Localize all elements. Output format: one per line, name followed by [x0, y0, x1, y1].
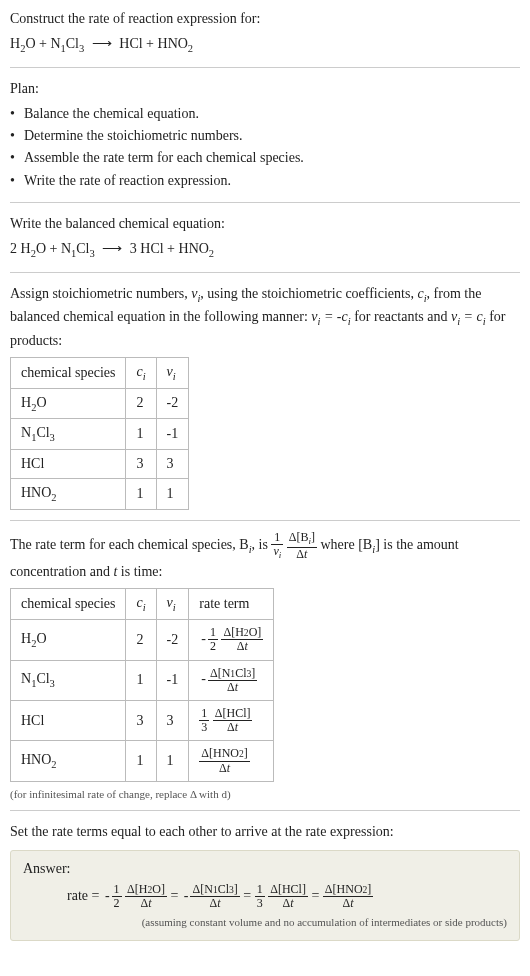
cell-c: 3 [126, 450, 156, 479]
text: , is [252, 537, 272, 552]
cell-c: 2 [126, 388, 156, 419]
plan-item-text: Balance the chemical equation. [24, 103, 199, 125]
species-ncl3: N1Cl3 [50, 36, 84, 51]
species-hno2: HNO2 [179, 241, 215, 256]
cell-species: HNO2 [11, 741, 126, 781]
cell-c: 1 [126, 741, 156, 781]
frac-dB-dt: Δ[Bi]Δt [287, 531, 317, 561]
table-row: HNO2 1 1 [11, 479, 189, 510]
cell-c: 3 [126, 700, 156, 740]
prompt-line: Construct the rate of reaction expressio… [10, 8, 520, 29]
balanced-equation: 2 H2O + N1Cl3 ⟶ 3 HCl + HNO2 [10, 238, 520, 262]
cell-c: 1 [126, 419, 156, 450]
cell-nu: 1 [156, 741, 189, 781]
col-nu: νi [156, 357, 189, 388]
plan-list: •Balance the chemical equation. •Determi… [10, 103, 520, 193]
table-row: HCl 3 3 13 Δ[HCl]Δt [11, 700, 274, 740]
table-row: HNO2 1 1 Δ[HNO2]Δt [11, 741, 274, 781]
rate-intro: The rate term for each chemical species,… [10, 531, 520, 582]
cell-c: 2 [126, 620, 156, 660]
divider [10, 272, 520, 273]
species-ncl3: N1Cl3 [61, 241, 95, 256]
table-row: HCl 3 3 [11, 450, 189, 479]
coef: 2 [10, 241, 21, 256]
text: is time: [117, 564, 162, 579]
divider [10, 810, 520, 811]
rate-term-table: chemical species ci νi rate term H2O 2 -… [10, 588, 274, 781]
text: Assign stoichiometric numbers, [10, 286, 191, 301]
answer-box: Answer: rate = -12 Δ[H2O]Δt = -Δ[N1Cl3]Δ… [10, 850, 520, 941]
cell-nu: 3 [156, 450, 189, 479]
table-row: N1Cl3 1 -1 [11, 419, 189, 450]
cell-nu: -1 [156, 419, 189, 450]
balanced-title: Write the balanced chemical equation: [10, 213, 520, 234]
divider [10, 520, 520, 521]
col-species: chemical species [11, 589, 126, 620]
table-header-row: chemical species ci νi rate term [11, 589, 274, 620]
plan-item: •Assemble the rate term for each chemica… [10, 147, 520, 169]
col-rate: rate term [189, 589, 274, 620]
species-hcl: HCl [140, 241, 163, 256]
set-equal-text: Set the rate terms equal to each other t… [10, 821, 520, 842]
cell-c: 1 [126, 660, 156, 700]
arrow-icon: ⟶ [92, 33, 112, 54]
cell-nu: 1 [156, 479, 189, 510]
plan-item: •Determine the stoichiometric numbers. [10, 125, 520, 147]
divider [10, 67, 520, 68]
eq-sign: = [243, 888, 254, 903]
coef: 3 [130, 241, 141, 256]
plan-item-text: Determine the stoichiometric numbers. [24, 125, 243, 147]
plan-item-text: Assemble the rate term for each chemical… [24, 147, 304, 169]
plus: + [146, 36, 157, 51]
cell-species: HNO2 [11, 479, 126, 510]
divider [10, 202, 520, 203]
prompt-text: Construct the rate of reaction expressio… [10, 11, 260, 26]
col-c: ci [126, 589, 156, 620]
text: The rate term for each chemical species,… [10, 537, 249, 552]
plan-item: •Balance the chemical equation. [10, 103, 520, 125]
species-hno2: HNO2 [158, 36, 194, 51]
cell-rate: 13 Δ[HCl]Δt [189, 700, 274, 740]
nu-eq: νi = -ci [311, 309, 350, 324]
cell-species: N1Cl3 [11, 660, 126, 700]
plan-item-text: Write the rate of reaction expression. [24, 170, 231, 192]
stoich-intro: Assign stoichiometric numbers, νi, using… [10, 283, 520, 351]
cell-species: HCl [11, 700, 126, 740]
species-h2o: H2O [10, 36, 36, 51]
cell-rate: -Δ[N1Cl3]Δt [189, 660, 274, 700]
answer-note: (assuming constant volume and no accumul… [23, 916, 507, 928]
cell-species: HCl [11, 450, 126, 479]
table-row: H2O 2 -2 -12 Δ[H2O]Δt [11, 620, 274, 660]
plus: + [167, 241, 178, 256]
species-h2o: H2O [21, 241, 47, 256]
c-i: ci [417, 286, 426, 301]
cell-species: H2O [11, 620, 126, 660]
stoich-table: chemical species ci νi H2O 2 -2 N1Cl3 1 … [10, 357, 189, 510]
table-row: H2O 2 -2 [11, 388, 189, 419]
col-c: ci [126, 357, 156, 388]
table-row: N1Cl3 1 -1 -Δ[N1Cl3]Δt [11, 660, 274, 700]
cell-c: 1 [126, 479, 156, 510]
cell-nu: -2 [156, 620, 189, 660]
text: , using the stoichiometric coefficients, [200, 286, 417, 301]
col-species: chemical species [11, 357, 126, 388]
cell-nu: -2 [156, 388, 189, 419]
plus: + [39, 36, 50, 51]
table-header-row: chemical species ci νi [11, 357, 189, 388]
text: for reactants and [351, 309, 451, 324]
arrow-icon: ⟶ [102, 238, 122, 259]
rate-expression: rate = -12 Δ[H2O]Δt = -Δ[N1Cl3]Δt = 13 Δ… [67, 883, 507, 910]
rate-prefix: rate = [67, 888, 103, 903]
cell-rate: -12 Δ[H2O]Δt [189, 620, 274, 660]
species-hcl: HCl [119, 36, 142, 51]
plan-title: Plan: [10, 78, 520, 99]
text: where [B [321, 537, 373, 552]
plan-item: •Write the rate of reaction expression. [10, 170, 520, 192]
col-nu: νi [156, 589, 189, 620]
cell-nu: -1 [156, 660, 189, 700]
eq-sign: = [170, 888, 181, 903]
cell-nu: 3 [156, 700, 189, 740]
cell-species: N1Cl3 [11, 419, 126, 450]
cell-rate: Δ[HNO2]Δt [189, 741, 274, 781]
nu-eq2: νi = ci [451, 309, 486, 324]
